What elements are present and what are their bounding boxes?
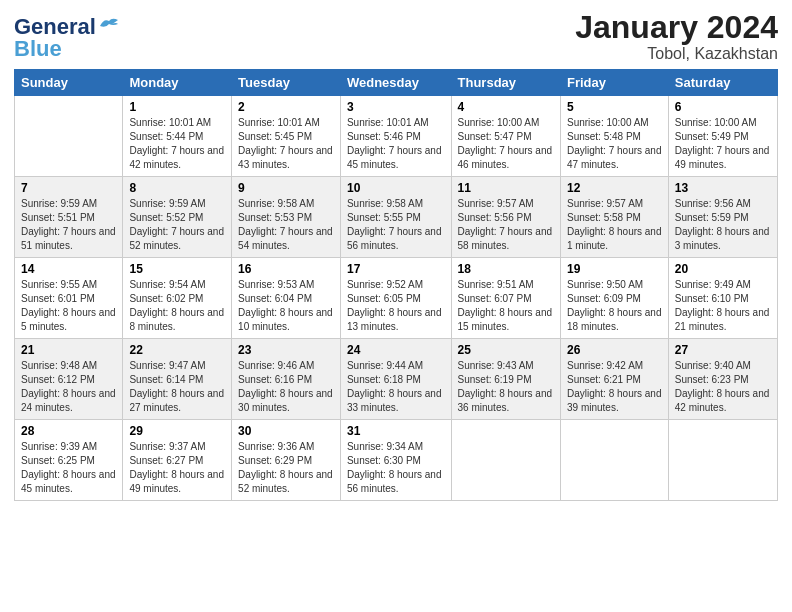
day-number: 20 [675, 262, 771, 276]
day-number: 30 [238, 424, 334, 438]
day-number: 31 [347, 424, 445, 438]
cell-w5-d7 [668, 420, 777, 501]
cell-w3-d3: 16Sunrise: 9:53 AMSunset: 6:04 PMDayligh… [232, 258, 341, 339]
day-info: Sunrise: 9:46 AMSunset: 6:16 PMDaylight:… [238, 359, 334, 415]
cell-w4-d4: 24Sunrise: 9:44 AMSunset: 6:18 PMDayligh… [340, 339, 451, 420]
day-info: Sunrise: 9:37 AMSunset: 6:27 PMDaylight:… [129, 440, 225, 496]
cell-w3-d7: 20Sunrise: 9:49 AMSunset: 6:10 PMDayligh… [668, 258, 777, 339]
day-number: 2 [238, 100, 334, 114]
day-number: 25 [458, 343, 554, 357]
cell-w3-d1: 14Sunrise: 9:55 AMSunset: 6:01 PMDayligh… [15, 258, 123, 339]
day-info: Sunrise: 9:55 AMSunset: 6:01 PMDaylight:… [21, 278, 116, 334]
cell-w4-d2: 22Sunrise: 9:47 AMSunset: 6:14 PMDayligh… [123, 339, 232, 420]
day-info: Sunrise: 9:40 AMSunset: 6:23 PMDaylight:… [675, 359, 771, 415]
day-number: 15 [129, 262, 225, 276]
week-row-1: 1Sunrise: 10:01 AMSunset: 5:44 PMDayligh… [15, 96, 778, 177]
day-number: 3 [347, 100, 445, 114]
cell-w2-d5: 11Sunrise: 9:57 AMSunset: 5:56 PMDayligh… [451, 177, 560, 258]
day-info: Sunrise: 9:53 AMSunset: 6:04 PMDaylight:… [238, 278, 334, 334]
day-number: 21 [21, 343, 116, 357]
header-monday: Monday [123, 70, 232, 96]
day-info: Sunrise: 9:42 AMSunset: 6:21 PMDaylight:… [567, 359, 662, 415]
day-number: 11 [458, 181, 554, 195]
day-number: 29 [129, 424, 225, 438]
days-header-row: Sunday Monday Tuesday Wednesday Thursday… [15, 70, 778, 96]
day-info: Sunrise: 9:48 AMSunset: 6:12 PMDaylight:… [21, 359, 116, 415]
day-info: Sunrise: 9:59 AMSunset: 5:52 PMDaylight:… [129, 197, 225, 253]
cell-w5-d4: 31Sunrise: 9:34 AMSunset: 6:30 PMDayligh… [340, 420, 451, 501]
cell-w3-d2: 15Sunrise: 9:54 AMSunset: 6:02 PMDayligh… [123, 258, 232, 339]
day-number: 14 [21, 262, 116, 276]
cell-w3-d4: 17Sunrise: 9:52 AMSunset: 6:05 PMDayligh… [340, 258, 451, 339]
day-number: 9 [238, 181, 334, 195]
day-info: Sunrise: 9:57 AMSunset: 5:56 PMDaylight:… [458, 197, 554, 253]
cell-w2-d2: 8Sunrise: 9:59 AMSunset: 5:52 PMDaylight… [123, 177, 232, 258]
day-info: Sunrise: 9:39 AMSunset: 6:25 PMDaylight:… [21, 440, 116, 496]
day-number: 12 [567, 181, 662, 195]
day-info: Sunrise: 9:34 AMSunset: 6:30 PMDaylight:… [347, 440, 445, 496]
cell-w2-d4: 10Sunrise: 9:58 AMSunset: 5:55 PMDayligh… [340, 177, 451, 258]
day-number: 26 [567, 343, 662, 357]
week-row-3: 14Sunrise: 9:55 AMSunset: 6:01 PMDayligh… [15, 258, 778, 339]
page-header: General Blue January 2024 Tobol, Kazakhs… [14, 10, 778, 63]
week-row-5: 28Sunrise: 9:39 AMSunset: 6:25 PMDayligh… [15, 420, 778, 501]
day-info: Sunrise: 9:58 AMSunset: 5:55 PMDaylight:… [347, 197, 445, 253]
day-number: 4 [458, 100, 554, 114]
day-number: 23 [238, 343, 334, 357]
cell-w1-d5: 4Sunrise: 10:00 AMSunset: 5:47 PMDayligh… [451, 96, 560, 177]
cell-w1-d6: 5Sunrise: 10:00 AMSunset: 5:48 PMDayligh… [560, 96, 668, 177]
day-info: Sunrise: 9:43 AMSunset: 6:19 PMDaylight:… [458, 359, 554, 415]
day-info: Sunrise: 9:51 AMSunset: 6:07 PMDaylight:… [458, 278, 554, 334]
cell-w3-d5: 18Sunrise: 9:51 AMSunset: 6:07 PMDayligh… [451, 258, 560, 339]
cell-w1-d4: 3Sunrise: 10:01 AMSunset: 5:46 PMDayligh… [340, 96, 451, 177]
day-info: Sunrise: 10:00 AMSunset: 5:48 PMDaylight… [567, 116, 662, 172]
header-friday: Friday [560, 70, 668, 96]
day-info: Sunrise: 9:54 AMSunset: 6:02 PMDaylight:… [129, 278, 225, 334]
header-tuesday: Tuesday [232, 70, 341, 96]
day-info: Sunrise: 10:01 AMSunset: 5:46 PMDaylight… [347, 116, 445, 172]
cell-w4-d7: 27Sunrise: 9:40 AMSunset: 6:23 PMDayligh… [668, 339, 777, 420]
cell-w1-d3: 2Sunrise: 10:01 AMSunset: 5:45 PMDayligh… [232, 96, 341, 177]
header-wednesday: Wednesday [340, 70, 451, 96]
cell-w5-d6 [560, 420, 668, 501]
cell-w1-d7: 6Sunrise: 10:00 AMSunset: 5:49 PMDayligh… [668, 96, 777, 177]
cell-w1-d1 [15, 96, 123, 177]
day-info: Sunrise: 9:36 AMSunset: 6:29 PMDaylight:… [238, 440, 334, 496]
day-info: Sunrise: 9:59 AMSunset: 5:51 PMDaylight:… [21, 197, 116, 253]
day-info: Sunrise: 9:52 AMSunset: 6:05 PMDaylight:… [347, 278, 445, 334]
header-saturday: Saturday [668, 70, 777, 96]
cell-w2-d1: 7Sunrise: 9:59 AMSunset: 5:51 PMDaylight… [15, 177, 123, 258]
day-info: Sunrise: 9:47 AMSunset: 6:14 PMDaylight:… [129, 359, 225, 415]
calendar-title: January 2024 [575, 10, 778, 45]
cell-w2-d6: 12Sunrise: 9:57 AMSunset: 5:58 PMDayligh… [560, 177, 668, 258]
cell-w4-d6: 26Sunrise: 9:42 AMSunset: 6:21 PMDayligh… [560, 339, 668, 420]
title-block: January 2024 Tobol, Kazakhstan [575, 10, 778, 63]
day-number: 24 [347, 343, 445, 357]
cell-w3-d6: 19Sunrise: 9:50 AMSunset: 6:09 PMDayligh… [560, 258, 668, 339]
day-info: Sunrise: 9:49 AMSunset: 6:10 PMDaylight:… [675, 278, 771, 334]
cell-w4-d5: 25Sunrise: 9:43 AMSunset: 6:19 PMDayligh… [451, 339, 560, 420]
day-number: 22 [129, 343, 225, 357]
day-number: 28 [21, 424, 116, 438]
day-info: Sunrise: 9:58 AMSunset: 5:53 PMDaylight:… [238, 197, 334, 253]
day-number: 1 [129, 100, 225, 114]
day-number: 19 [567, 262, 662, 276]
calendar-subtitle: Tobol, Kazakhstan [575, 45, 778, 63]
day-number: 8 [129, 181, 225, 195]
cell-w4-d1: 21Sunrise: 9:48 AMSunset: 6:12 PMDayligh… [15, 339, 123, 420]
header-sunday: Sunday [15, 70, 123, 96]
day-info: Sunrise: 9:44 AMSunset: 6:18 PMDaylight:… [347, 359, 445, 415]
cell-w2-d7: 13Sunrise: 9:56 AMSunset: 5:59 PMDayligh… [668, 177, 777, 258]
cell-w1-d2: 1Sunrise: 10:01 AMSunset: 5:44 PMDayligh… [123, 96, 232, 177]
day-number: 16 [238, 262, 334, 276]
calendar-table: Sunday Monday Tuesday Wednesday Thursday… [14, 69, 778, 501]
logo: General Blue [14, 10, 120, 62]
day-info: Sunrise: 9:57 AMSunset: 5:58 PMDaylight:… [567, 197, 662, 253]
day-info: Sunrise: 10:01 AMSunset: 5:44 PMDaylight… [129, 116, 225, 172]
cell-w5-d2: 29Sunrise: 9:37 AMSunset: 6:27 PMDayligh… [123, 420, 232, 501]
cell-w4-d3: 23Sunrise: 9:46 AMSunset: 6:16 PMDayligh… [232, 339, 341, 420]
day-info: Sunrise: 9:50 AMSunset: 6:09 PMDaylight:… [567, 278, 662, 334]
day-info: Sunrise: 9:56 AMSunset: 5:59 PMDaylight:… [675, 197, 771, 253]
week-row-4: 21Sunrise: 9:48 AMSunset: 6:12 PMDayligh… [15, 339, 778, 420]
day-number: 10 [347, 181, 445, 195]
